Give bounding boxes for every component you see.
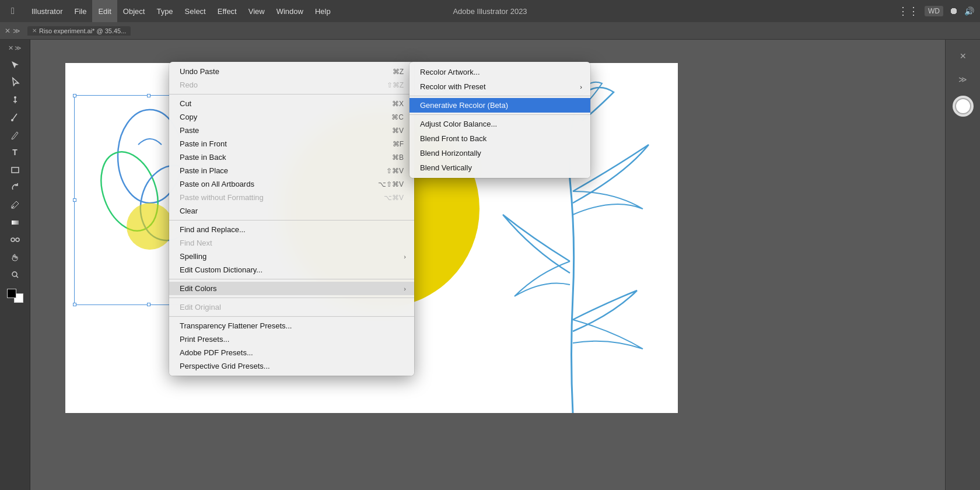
canvas-area: Undo Paste ⌘Z Redo ⇧⌘Z Cut ⌘X Copy ⌘C Pa… — [30, 40, 945, 490]
toolbar-expand[interactable]: ≫ — [15, 44, 22, 52]
svg-point-6 — [12, 272, 17, 276]
colors-submenu: Recolor Artwork... Recolor with Preset ›… — [410, 62, 590, 178]
type-tool[interactable]: T — [5, 144, 26, 160]
share-icon: ⋮⋮ — [898, 5, 919, 18]
title-bar-right: ⋮⋮ WD ⏺ 🔊 — [898, 5, 974, 18]
panel-expand[interactable]: ≫ — [13, 27, 20, 35]
edit-colors-arrow: › — [404, 285, 406, 292]
svg-point-10 — [127, 203, 173, 250]
document-tab[interactable]: ✕ Riso experiment.ai* @ 35.45... — [27, 26, 131, 36]
hand-tool[interactable] — [5, 249, 26, 265]
app-title: Adobe Illustrator 2023 — [453, 7, 527, 16]
rectangle-tool[interactable] — [5, 162, 26, 178]
toolbar-toggle-x[interactable]: ✕ — [8, 44, 13, 52]
svg-rect-3 — [12, 220, 19, 225]
handle-tm[interactable] — [147, 94, 150, 97]
menu-paste-no-format: Paste without Formatting ⌥⌘V — [169, 191, 414, 204]
pen-tool[interactable] — [5, 92, 26, 108]
menu-undo[interactable]: Undo Paste ⌘Z — [169, 65, 414, 78]
spelling-arrow: › — [404, 253, 406, 260]
submenu-adjust-color[interactable]: Adjust Color Balance... — [410, 117, 590, 131]
divider-1 — [169, 94, 414, 94]
svg-point-4 — [11, 238, 15, 242]
menu-paste-all[interactable]: Paste on All Artboards ⌥⇧⌘V — [169, 177, 414, 191]
menu-copy[interactable]: Copy ⌘C — [169, 110, 414, 124]
menu-select[interactable]: Select — [179, 0, 212, 22]
tab-bar: ✕ ≫ ✕ Riso experiment.ai* @ 35.45... — [0, 22, 980, 40]
divider-3 — [169, 279, 414, 279]
direct-selection-tool[interactable] — [5, 74, 26, 90]
menu-bar:  Illustrator File Edit Object Type Sele… — [0, 0, 980, 22]
recolor-preset-arrow: › — [580, 83, 582, 90]
blend-tool[interactable] — [5, 232, 26, 248]
edit-menu-dropdown: Undo Paste ⌘Z Redo ⇧⌘Z Cut ⌘X Copy ⌘C Pa… — [169, 62, 414, 376]
submenu-recolor-preset[interactable]: Recolor with Preset › — [410, 79, 590, 94]
panel-toggle[interactable]: ✕ — [5, 27, 10, 35]
gradient-tool[interactable] — [5, 214, 26, 230]
menu-redo: Redo ⇧⌘Z — [169, 78, 414, 92]
handle-tl[interactable] — [73, 94, 76, 97]
menu-edit-colors[interactable]: Edit Colors › — [169, 282, 414, 295]
main-area: ✕ ≫ T — [0, 40, 980, 490]
wd-badge: WD — [925, 6, 943, 16]
handle-bl[interactable] — [73, 303, 76, 306]
menu-type[interactable]: Type — [150, 0, 178, 22]
sub-divider-1 — [410, 96, 590, 96]
menu-cut[interactable]: Cut ⌘X — [169, 97, 414, 110]
menu-paste-front[interactable]: Paste in Front ⌘F — [169, 137, 414, 150]
menu-object[interactable]: Object — [117, 0, 151, 22]
svg-point-0 — [14, 96, 16, 99]
close-panel-icon[interactable]: ✕ — [951, 44, 975, 68]
svg-point-1 — [11, 119, 13, 121]
pencil-tool[interactable] — [5, 127, 26, 143]
menu-effect[interactable]: Effect — [212, 0, 243, 22]
apple-menu[interactable]:  — [0, 0, 26, 22]
menu-edit[interactable]: Edit — [92, 0, 117, 22]
fill-stroke-colors[interactable] — [7, 289, 23, 303]
menu-edit-original: Edit Original — [169, 300, 414, 314]
brush-tool[interactable] — [5, 109, 26, 125]
menu-paste[interactable]: Paste ⌘V — [169, 124, 414, 137]
rotate-tool[interactable] — [5, 179, 26, 195]
tab-close-icon[interactable]: ✕ — [32, 27, 37, 34]
menu-transparency-presets[interactable]: Transparency Flattener Presets... — [169, 319, 414, 332]
svg-rect-2 — [12, 167, 19, 173]
menu-perspective-presets[interactable]: Perspective Grid Presets... — [169, 359, 414, 373]
menu-spelling[interactable]: Spelling › — [169, 250, 414, 263]
menu-print-presets[interactable]: Print Presets... — [169, 332, 414, 346]
record-icon: ⏺ — [949, 6, 958, 16]
menu-help[interactable]: Help — [309, 0, 337, 22]
divider-5 — [169, 316, 414, 317]
menu-paste-back[interactable]: Paste in Back ⌘B — [169, 150, 414, 164]
menu-file[interactable]: File — [68, 0, 92, 22]
right-panel: ✕ ≫ — [945, 40, 980, 490]
eyedropper-tool[interactable] — [5, 197, 26, 213]
sub-divider-2 — [410, 114, 590, 115]
menu-pdf-presets[interactable]: Adobe PDF Presets... — [169, 346, 414, 359]
zoom-tool[interactable] — [5, 267, 26, 283]
divider-4 — [169, 298, 414, 298]
handle-ml[interactable] — [73, 198, 76, 202]
menu-find-next: Find Next — [169, 236, 414, 250]
left-toolbar: ✕ ≫ T — [0, 40, 30, 490]
selection-tool[interactable] — [5, 57, 26, 73]
submenu-blend-horizontally[interactable]: Blend Horizontally — [410, 146, 590, 160]
menu-clear[interactable]: Clear — [169, 204, 414, 218]
submenu-generative-recolor[interactable]: Generative Recolor (Beta) — [410, 98, 590, 113]
menu-paste-place[interactable]: Paste in Place ⇧⌘V — [169, 164, 414, 177]
submenu-recolor-artwork[interactable]: Recolor Artwork... — [410, 65, 590, 79]
handle-bm[interactable] — [147, 303, 150, 306]
svg-point-5 — [16, 238, 19, 242]
divider-2 — [169, 220, 414, 220]
menu-view[interactable]: View — [243, 0, 271, 22]
submenu-blend-front-back[interactable]: Blend Front to Back — [410, 131, 590, 146]
menu-illustrator[interactable]: Illustrator — [26, 0, 68, 22]
menu-find-replace[interactable]: Find and Replace... — [169, 223, 414, 236]
tab-label: Riso experiment.ai* @ 35.45... — [39, 27, 126, 34]
menu-custom-dict[interactable]: Edit Custom Dictionary... — [169, 263, 414, 276]
expand-panel-icon[interactable]: ≫ — [951, 68, 975, 91]
volume-icon: 🔊 — [964, 6, 974, 16]
menu-window[interactable]: Window — [271, 0, 309, 22]
color-swatch[interactable] — [953, 96, 974, 117]
submenu-blend-vertically[interactable]: Blend Vertically — [410, 160, 590, 175]
